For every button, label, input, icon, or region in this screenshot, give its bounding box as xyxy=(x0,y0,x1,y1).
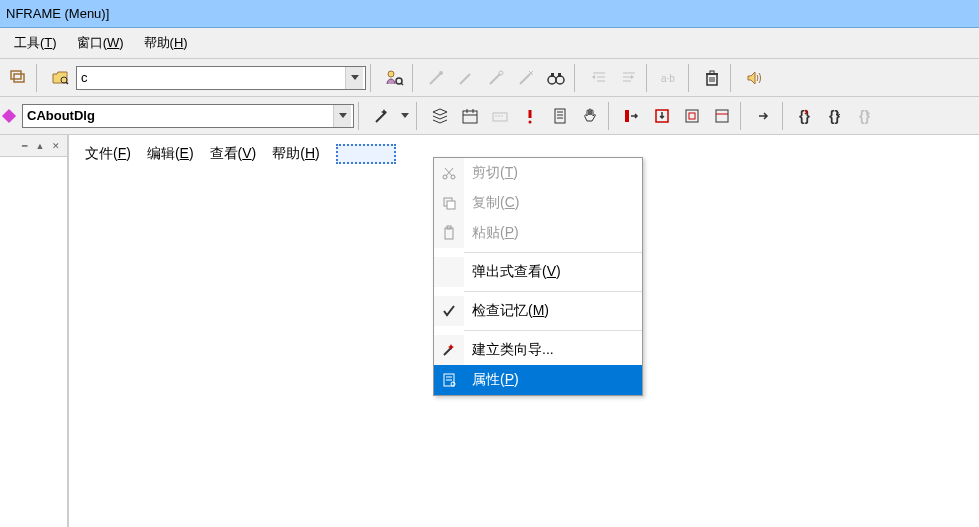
svg-point-16 xyxy=(556,76,564,84)
ctx-paste: 粘贴(P) xyxy=(434,218,642,248)
svg-text:{}: {} xyxy=(859,108,870,124)
wizard-icon xyxy=(434,335,464,365)
design-menu-edit[interactable]: 编辑(E) xyxy=(143,143,198,165)
calendar-icon[interactable] xyxy=(456,102,484,130)
ctx-copy: 复制(C) xyxy=(434,188,642,218)
wand-dropdown-icon[interactable] xyxy=(398,102,412,130)
svg-rect-51 xyxy=(716,110,728,122)
svg-rect-18 xyxy=(558,73,561,77)
svg-line-10 xyxy=(490,74,500,84)
checkmark-icon xyxy=(434,296,464,326)
svg-rect-33 xyxy=(463,111,477,123)
trash-icon[interactable] xyxy=(698,64,726,92)
step-into-icon[interactable] xyxy=(648,102,676,130)
copy-icon xyxy=(434,188,464,218)
wand-icon xyxy=(422,64,450,92)
svg-point-11 xyxy=(499,71,503,75)
combo-dropdown-icon[interactable] xyxy=(345,67,363,89)
menu-tools[interactable]: 工具(T) xyxy=(6,30,65,56)
ctx-class-wizard[interactable]: 建立类向导... xyxy=(434,335,642,365)
folder-search-icon[interactable] xyxy=(46,64,74,92)
speaker-icon[interactable] xyxy=(740,64,768,92)
side-tab-up-icon[interactable]: ▲ xyxy=(33,139,47,153)
workspace: ━ ▲ ✕ 文件(F) 编辑(E) 查看(V) 帮助(H) 剪切(T) 复制(C… xyxy=(0,135,979,527)
side-panel-tabs: ━ ▲ ✕ xyxy=(0,135,67,157)
wand-cancel-icon xyxy=(512,64,540,92)
svg-rect-47 xyxy=(625,110,629,122)
design-menu-view[interactable]: 查看(V) xyxy=(206,143,261,165)
svg-point-4 xyxy=(388,71,394,77)
properties-icon xyxy=(434,365,464,395)
design-menu-file[interactable]: 文件(F) xyxy=(81,143,135,165)
menu-help[interactable]: 帮助(H) xyxy=(136,30,196,56)
paste-icon xyxy=(434,218,464,248)
window-title: NFRAME (Menu)] xyxy=(6,6,109,21)
search-input[interactable] xyxy=(77,67,345,89)
scissors-icon xyxy=(434,158,464,188)
hand-icon[interactable] xyxy=(576,102,604,130)
binoculars-icon[interactable] xyxy=(542,64,570,92)
svg-rect-28 xyxy=(710,71,714,74)
svg-rect-17 xyxy=(551,73,554,77)
run-to-icon[interactable] xyxy=(708,102,736,130)
side-tab-close-icon[interactable]: ✕ xyxy=(49,139,63,153)
wand3-icon xyxy=(482,64,510,92)
blank-icon xyxy=(434,257,464,287)
ctx-properties[interactable]: 属性(P) xyxy=(434,365,642,395)
svg-rect-0 xyxy=(11,71,21,79)
ab-icon: a·b xyxy=(656,64,684,92)
braces-step-icon[interactable]: {} xyxy=(792,102,820,130)
indent-left-icon xyxy=(584,64,612,92)
menu-editor[interactable]: 文件(F) 编辑(E) 查看(V) 帮助(H) 剪切(T) 复制(C) 粘贴(P… xyxy=(68,135,979,527)
svg-rect-37 xyxy=(493,113,507,121)
context-menu: 剪切(T) 复制(C) 粘贴(P) 弹出式查看(V) 检查记忆(M) xyxy=(433,157,643,396)
step-out-icon[interactable] xyxy=(678,102,706,130)
magic-wand-icon[interactable] xyxy=(368,102,396,130)
svg-point-39 xyxy=(498,115,500,117)
svg-rect-1 xyxy=(14,74,24,82)
menu-new-item-placeholder[interactable] xyxy=(336,144,396,164)
search-combo[interactable] xyxy=(76,66,366,90)
ctx-popup-view[interactable]: 弹出式查看(V) xyxy=(434,257,642,287)
svg-line-3 xyxy=(66,82,68,84)
find-people-icon[interactable] xyxy=(380,64,408,92)
wand2-icon xyxy=(452,64,480,92)
document-icon[interactable] xyxy=(546,102,574,130)
ctx-check-memory[interactable]: 检查记忆(M) xyxy=(434,296,642,326)
svg-rect-61 xyxy=(447,201,455,209)
stack-icon[interactable] xyxy=(426,102,454,130)
svg-line-9 xyxy=(460,74,470,84)
menu-window[interactable]: 窗口(W) xyxy=(69,30,132,56)
ctx-cut: 剪切(T) xyxy=(434,158,642,188)
svg-rect-49 xyxy=(686,110,698,122)
svg-text:{}: {} xyxy=(829,108,840,124)
svg-point-15 xyxy=(548,76,556,84)
side-tab-collapse-icon[interactable]: ━ xyxy=(17,139,31,153)
ctx-separator xyxy=(464,252,642,253)
menu-bar: 工具(T) 窗口(W) 帮助(H) xyxy=(0,28,979,59)
svg-text:a·b: a·b xyxy=(661,73,675,84)
exclamation-icon[interactable] xyxy=(516,102,544,130)
svg-rect-43 xyxy=(555,109,565,123)
arrow-right-icon[interactable] xyxy=(750,102,778,130)
design-menu-help[interactable]: 帮助(H) xyxy=(268,143,323,165)
step-over-icon[interactable] xyxy=(618,102,646,130)
window-list-icon[interactable] xyxy=(4,64,32,92)
svg-rect-62 xyxy=(445,228,453,239)
side-panel: ━ ▲ ✕ xyxy=(0,135,68,527)
class-combo[interactable] xyxy=(22,104,354,128)
class-combo-arrow-icon[interactable] xyxy=(333,105,351,127)
ctx-separator xyxy=(464,330,642,331)
class-diamond-icon xyxy=(2,108,16,122)
indent-right-icon xyxy=(614,64,642,92)
toolbar-primary: a·b xyxy=(0,59,979,97)
braces-down-icon[interactable]: {} xyxy=(822,102,850,130)
title-bar: NFRAME (Menu)] xyxy=(0,0,979,28)
ctx-separator xyxy=(464,291,642,292)
svg-point-40 xyxy=(501,115,503,117)
class-input[interactable] xyxy=(23,105,333,127)
svg-point-42 xyxy=(529,120,532,123)
svg-line-6 xyxy=(401,83,403,85)
toolbar-secondary: {} {} {} xyxy=(0,97,979,135)
keyboard-icon xyxy=(486,102,514,130)
